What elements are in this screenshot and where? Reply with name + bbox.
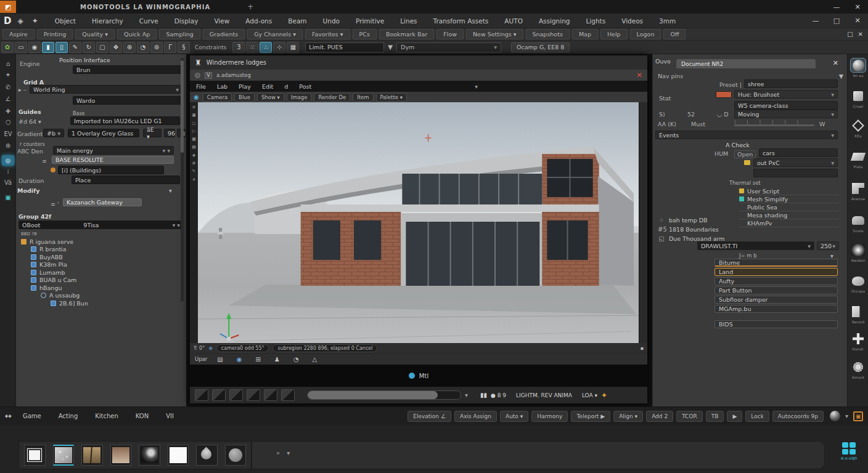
filter-funnel-icon[interactable]: ▼ [388,44,393,51]
tree-row[interactable]: BuyABB [21,253,176,261]
render-quick-icon[interactable]: ◉ [237,356,242,363]
material-list-item[interactable]: Subfloor damper [714,296,838,304]
status-action-button[interactable]: Elevation ∠ [407,411,451,422]
status-action-button[interactable]: Lock [745,411,769,422]
status-action-button[interactable]: Autocoords 9p [772,411,824,422]
toolbar-icon[interactable]: ⊜ [150,42,163,53]
toolbar-icon[interactable]: Γ [164,42,176,53]
home-icon[interactable]: ⌂ [2,59,14,69]
tree-row[interactable]: R brantia [21,246,176,254]
layout-toggle-icon[interactable]: ▣ [853,411,863,421]
ribbon-tab[interactable]: Flow [436,29,464,39]
star-icon[interactable]: ✦ [2,70,14,80]
render-menu-item[interactable]: Post [299,83,311,90]
menu-item[interactable]: Object [47,17,84,25]
snap-toggle-icon[interactable]: ∴ [260,42,272,53]
render-quick-icon[interactable]: △ [313,356,317,363]
ribbon-tab[interactable]: Aspire [2,29,35,39]
menubar-restore-button[interactable]: □ [826,15,847,27]
loa-dropdown[interactable]: LOA ▾ [582,392,597,398]
panel-scrollbar[interactable] [181,58,184,302]
render-quick-icon[interactable]: ◔ [293,356,299,363]
values-icon[interactable]: Vä [2,177,14,188]
texture-thumbnail[interactable] [81,445,103,466]
toolbar-icon[interactable]: ✥ [110,42,122,53]
tool-row[interactable]: ⁘ bah temp DB [658,216,725,225]
pan-arrow-icon[interactable]: ↔ [5,411,12,421]
status-mode-item[interactable]: Kitchen [95,413,118,419]
histogram-icon[interactable]: ▮▮ [480,392,487,398]
close-button[interactable]: ✕ [847,1,868,13]
tool-row[interactable]: #5 1818 Boundaries [658,225,725,234]
texture-thumbnail[interactable] [24,445,46,466]
selection-set-field[interactable]: Limit. PUES [305,42,384,52]
menubar-close-button[interactable]: ✕ [847,15,868,27]
count-dropdown[interactable]: 250▾ [817,241,839,250]
render-quick-icon[interactable]: ♟ [274,356,280,363]
selected-base-chip[interactable]: BASE RESOLUTE [52,156,174,164]
render-strip-icon[interactable]: ⌀ [192,177,195,182]
open-button[interactable]: Open [734,150,756,158]
sphere-caret[interactable]: ▾ [845,413,848,419]
tree-row[interactable]: hBangu [21,284,176,292]
asset-diamond[interactable]: KEa [850,118,867,138]
brand-icon[interactable]: D [4,15,11,26]
toggle-label[interactable]: ◡ D [717,111,729,118]
ribbon-tab[interactable]: Favorites ▾ [305,29,350,39]
ribbon-restore-button[interactable]: □ [847,31,853,38]
asset-plane[interactable]: Plata [850,149,867,169]
texture-thumbnail[interactable] [225,445,247,466]
status-mode-item[interactable]: Acting [59,413,78,419]
globe-icon[interactable]: ◉ [194,94,199,100]
move-icon[interactable]: ✚ [2,106,14,116]
pass-thumbnail[interactable] [281,389,295,401]
toolbar-icon[interactable]: ▢ [96,42,108,53]
toolbar-icon[interactable]: ▭ [15,42,27,53]
render-tool-button[interactable]: Camera [203,93,232,102]
tree-row[interactable]: A ussaubg [21,292,176,300]
tree-row[interactable]: R iguana serve [21,238,176,246]
preset-field[interactable]: shree [744,79,838,88]
tree-row[interactable]: K38m Pla [21,261,176,269]
material-list-item[interactable]: Part Button [714,286,838,294]
script-item[interactable]: Mesh Simplify [739,195,839,203]
gateway-chip[interactable]: Kazanach Gateway [63,198,142,206]
panel-tab[interactable]: Position Interface [59,57,110,63]
menu-item[interactable]: Transform Assets [425,17,497,25]
menubar-minimize-button[interactable]: — [805,15,826,27]
texture-thumbnail[interactable] [139,445,160,466]
menu-item[interactable]: Hierarchy [84,17,131,25]
toolbar-icon[interactable]: ✿ [1,42,14,53]
render-strip-icon[interactable]: ◈ [192,153,195,158]
funnel-icon[interactable]: ▼ [839,73,843,79]
gradient-type-dropdown[interactable]: #b▾ [43,129,64,137]
mode-dropdown[interactable]: Dym▾ [396,42,501,52]
render-tool-button[interactable]: Item [353,93,373,102]
render-menu-caret[interactable]: ▾ [475,83,478,90]
render-menu-item[interactable]: d [284,83,288,90]
num-button[interactable]: 96 [164,129,175,137]
slope-icon[interactable]: ∠ [2,94,14,104]
probe-icon[interactable]: ✆ [2,82,14,92]
modify-caret[interactable]: ▾ [169,187,172,194]
menu-item[interactable]: Primitive [348,17,392,25]
menu-item[interactable]: Curve [131,17,166,25]
minimize-button[interactable]: — [826,1,847,13]
status-mode-item[interactable]: VII [166,413,174,419]
pass-thumbnail[interactable] [195,389,208,401]
asset-square[interactable]: Crawl [850,89,867,108]
asset-burst[interactable]: Awaken [850,243,867,262]
toolbar-icon[interactable]: ▮ [42,42,54,53]
render-window-titlebar[interactable]: ♜ Windermere lodges [190,55,647,70]
texture-thumbnail[interactable] [168,445,189,466]
ribbon-tab[interactable]: Quick Ap [117,29,157,39]
toolbar-icon[interactable]: ◉ [28,42,41,53]
snap-toggle-icon[interactable]: ▦ [287,42,299,53]
pass-thumbnail[interactable] [247,389,260,401]
render-menu-item[interactable]: Edit [262,83,273,90]
progress-slider[interactable] [307,390,461,400]
ribbon-tab[interactable]: Logon [630,29,661,39]
texture-thumbnail[interactable] [196,445,218,466]
snap-toggle-icon[interactable]: ⊹ [273,42,285,53]
ev-icon[interactable]: EV [2,129,14,139]
